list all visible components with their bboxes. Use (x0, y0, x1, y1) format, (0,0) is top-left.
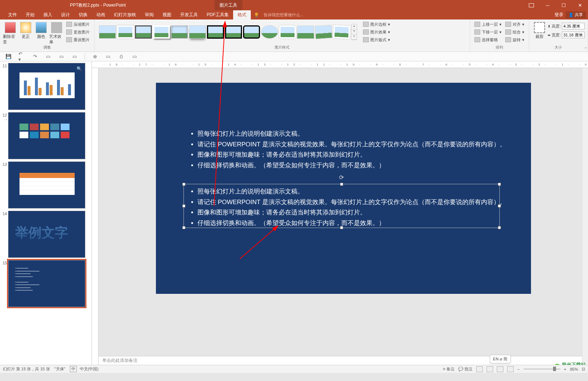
tab-slideshow[interactable]: 幻灯片放映 (110, 10, 140, 19)
zoom-slider[interactable] (524, 368, 560, 370)
tab-pdf[interactable]: PDF工具集 (202, 10, 233, 19)
slide-thumb-14[interactable]: 14 举例文字 (1, 211, 90, 258)
slide-thumb-13[interactable]: 13 (1, 161, 90, 209)
style-thumb[interactable] (171, 25, 188, 39)
style-thumb[interactable] (189, 25, 206, 39)
slide-canvas-area[interactable]: 照每张幻灯片上的说明创建演示文稿。 请记住 POWERPOINT 是演示文稿的视… (99, 68, 588, 365)
tab-view[interactable]: 视图 (158, 10, 176, 19)
style-thumb[interactable] (207, 25, 224, 39)
style-thumb[interactable] (225, 25, 242, 39)
qat-icon[interactable]: ▭ (58, 53, 65, 60)
login-link[interactable]: 登录 (555, 12, 563, 18)
selection-pane-button[interactable]: 选择窗格 (473, 36, 503, 43)
rotate-button[interactable]: 旋转 ▾ (504, 36, 526, 43)
artistic-effects-button[interactable]: 艺术效果 (49, 21, 64, 45)
align-button[interactable]: 对齐 ▾ (504, 21, 526, 28)
slide-thumb-11[interactable]: 11 🔍 (1, 63, 90, 110)
change-picture-button[interactable]: 更改图片 (65, 28, 91, 36)
style-thumb[interactable] (99, 25, 116, 39)
gallery-scroll[interactable]: ▲▼▾ (351, 24, 357, 40)
style-thumb[interactable] (297, 26, 314, 39)
tell-me-search[interactable]: 告诉我您想要做什么... (264, 12, 303, 18)
minimize-button[interactable]: ─ (539, 0, 556, 10)
save-icon[interactable]: 💾 (5, 53, 12, 60)
reset-picture-button[interactable]: 重设图片 (65, 36, 91, 43)
rotate-handle-icon[interactable]: ⟳ (339, 174, 344, 181)
style-thumb[interactable] (153, 25, 170, 39)
vertical-scrollbar[interactable] (582, 68, 588, 365)
tab-developer[interactable]: 开发工具 (176, 10, 202, 19)
undo-icon[interactable]: ↶ ▾ (18, 53, 25, 60)
tab-design[interactable]: 设计 (57, 10, 74, 19)
ime-indicator[interactable]: EN ⌀ 简 (490, 355, 511, 363)
notes-toggle[interactable]: ≡ 备注 (443, 366, 455, 372)
resize-handle[interactable] (340, 183, 343, 186)
qat-icon[interactable]: ⊕ (92, 53, 98, 60)
style-thumb[interactable] (261, 25, 278, 39)
tab-animations[interactable]: 动画 (92, 10, 110, 19)
zoom-level[interactable]: 85% (570, 367, 578, 371)
sorter-view-icon[interactable] (487, 366, 493, 372)
style-thumb[interactable] (315, 25, 332, 39)
style-thumb[interactable] (243, 25, 260, 39)
slide-thumb-12[interactable]: 12* (1, 112, 90, 159)
style-thumb[interactable] (279, 25, 296, 39)
language-status[interactable]: 中文(中国) (80, 366, 99, 372)
zoom-out-icon[interactable]: − (517, 367, 520, 371)
tab-file[interactable]: 文件 (4, 10, 21, 19)
qat-icon[interactable]: ▭ (105, 53, 111, 60)
picture-style-gallery[interactable]: ▲▼▾ (97, 22, 359, 42)
send-backward-button[interactable]: 下移一层 ▾ (473, 28, 503, 36)
reading-view-icon[interactable] (497, 366, 503, 372)
redo-icon[interactable]: ↷ (32, 53, 38, 60)
resize-handle[interactable] (498, 183, 501, 186)
zoom-in-icon[interactable]: + (564, 367, 566, 371)
resize-handle[interactable] (182, 183, 185, 186)
slide-thumbnails-panel[interactable]: 11 🔍 12* (0, 61, 92, 365)
fit-to-window-icon[interactable]: ⊡ (582, 367, 585, 371)
qat-icon[interactable]: ⎙ (118, 53, 125, 60)
group-button[interactable]: 组合 ▾ (504, 28, 526, 36)
tab-format[interactable]: 格式 (233, 10, 251, 19)
ribbon-group-picture-styles: ▲▼▾ 图片边框 ▾ 图片效果 ▾ 图片版式 ▾ 图片样式 (95, 19, 470, 51)
corrections-button[interactable]: 更正 (18, 21, 33, 39)
maximize-button[interactable]: ☐ (556, 0, 572, 10)
normal-view-icon[interactable] (476, 366, 483, 372)
resize-handle[interactable] (182, 226, 185, 229)
color-button[interactable]: 颜色 (34, 21, 49, 39)
remove-background-button[interactable]: 删除背景 (3, 21, 18, 45)
tab-transitions[interactable]: 切换 (74, 10, 92, 19)
current-slide[interactable]: 照每张幻灯片上的说明创建演示文稿。 请记住 POWERPOINT 是演示文稿的视… (156, 83, 531, 294)
qat-icon[interactable]: ▭ (71, 53, 78, 60)
slideshow-view-icon[interactable] (507, 366, 514, 372)
vertical-ruler[interactable] (92, 68, 99, 365)
bring-forward-button[interactable]: 上移一层 ▾ (473, 21, 503, 28)
picture-border-button[interactable]: 图片边框 ▾ (361, 21, 392, 28)
style-thumb[interactable] (135, 25, 152, 39)
qat-icon[interactable]: ▭ (131, 53, 138, 60)
height-input[interactable]: ⬍高度: (548, 23, 585, 29)
collapse-ribbon-icon[interactable]: ^ (585, 47, 587, 51)
ribbon-display-icon[interactable] (529, 3, 534, 7)
tab-insert[interactable]: 插入 (39, 10, 57, 19)
resize-handle[interactable] (182, 204, 185, 207)
picture-layout-button[interactable]: 图片版式 ▾ (361, 36, 392, 43)
compress-picture-button[interactable]: 压缩图片 (65, 21, 91, 28)
bullet-list-2[interactable]: 照每张幻灯片上的说明创建演示文稿。 请记住 POWERPOINT 是演示文稿的视… (191, 186, 506, 228)
style-thumb[interactable] (333, 25, 350, 39)
share-button[interactable]: 👤共享 (566, 11, 586, 18)
horizontal-ruler[interactable]: ·18· ·17· ·16· ·15· ·14· ·13· ·12· ·11· … (92, 61, 588, 68)
qat-icon[interactable]: ▭ (45, 53, 51, 60)
lang-badge[interactable]: 中 (70, 366, 77, 372)
contextual-tab-picture-tools[interactable]: 图片工具 (214, 0, 242, 10)
width-input[interactable]: ⬌宽度: (548, 32, 585, 38)
slide-thumb-15[interactable]: 15 • ━━━━━━━━━━━• ━━━━━━━━━━━━━━━━━━━━━•… (1, 260, 90, 307)
picture-effects-button[interactable]: 图片效果 ▾ (361, 28, 392, 36)
crop-button[interactable]: 裁剪 (532, 21, 547, 39)
close-button[interactable]: ✕ (572, 0, 588, 10)
comments-toggle[interactable]: 💬 批注 (458, 366, 473, 372)
tab-review[interactable]: 审阅 (140, 10, 158, 19)
tab-home[interactable]: 开始 (21, 10, 39, 19)
zoom-icon: 🔍 (76, 66, 82, 71)
style-thumb[interactable] (117, 25, 134, 39)
